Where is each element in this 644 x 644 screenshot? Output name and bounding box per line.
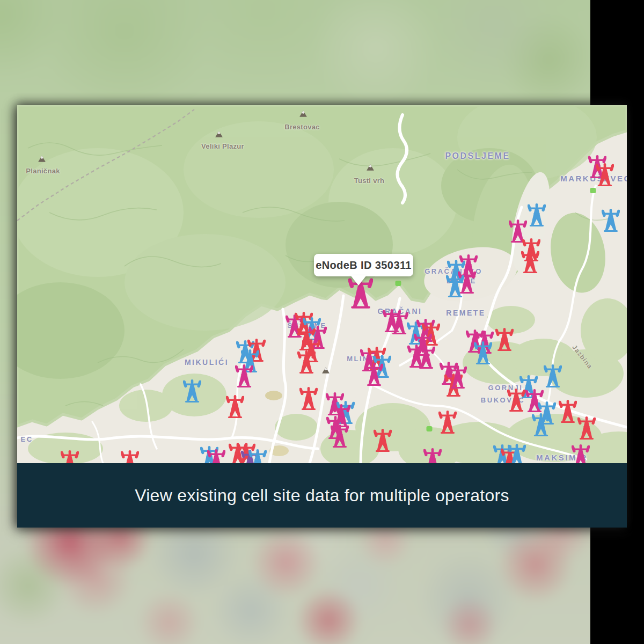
map-label: Veliki Plazur: [201, 142, 244, 150]
map-label: Brestovac: [284, 123, 320, 131]
cell-tower-icon[interactable]: [248, 449, 267, 464]
cell-tower-icon[interactable]: [508, 444, 526, 464]
cell-tower-icon[interactable]: [446, 274, 464, 297]
cell-tower-icon[interactable]: [528, 203, 546, 226]
cell-tower-icon[interactable]: [235, 364, 253, 387]
mountain-peak-icon: [38, 155, 46, 163]
cell-tower-icon[interactable]: [61, 450, 79, 464]
cell-tower-icon[interactable]: [331, 425, 349, 448]
cell-tower-icon[interactable]: [596, 163, 614, 186]
cell-tower-icon[interactable]: [417, 346, 435, 369]
cell-tower-icon[interactable]: [299, 387, 318, 410]
cell-tower-icon[interactable]: [602, 209, 620, 232]
tooltip-pointer: [350, 275, 367, 286]
mountain-peak-icon: [321, 367, 330, 375]
map-label: EC: [20, 435, 33, 443]
cell-tower-icon[interactable]: [297, 350, 316, 374]
cell-tower-icon[interactable]: [438, 411, 457, 434]
park-poi-dot: [590, 188, 596, 193]
cell-tower-icon[interactable]: [374, 429, 392, 452]
caption-text: View existing cell site data for multipl…: [135, 486, 509, 506]
cell-tower-icon[interactable]: [390, 311, 408, 334]
cell-tower-icon[interactable]: [544, 364, 562, 387]
map-label: Tusti vrh: [354, 177, 385, 185]
map-label: PODSLJEME: [445, 151, 510, 161]
cell-tower-icon[interactable]: [121, 450, 139, 464]
cell-tower-icon[interactable]: [474, 341, 492, 364]
map-tooltip: eNodeB ID 350311: [314, 254, 413, 276]
cell-tower-icon[interactable]: [572, 444, 590, 464]
cell-tower-icon[interactable]: [495, 328, 514, 351]
cell-tower-icon[interactable]: [183, 379, 201, 402]
caption-bar: View existing cell site data for multipl…: [17, 463, 627, 528]
cell-tower-icon[interactable]: [521, 250, 539, 273]
cell-tower-icon[interactable]: [577, 416, 596, 440]
map-label: REMETE: [446, 309, 485, 317]
cell-tower-icon[interactable]: [507, 389, 525, 412]
cell-tower-icon[interactable]: [559, 400, 577, 423]
park-poi-dot: [427, 426, 433, 431]
mountain-peak-icon: [366, 164, 375, 172]
park-poi-dot: [396, 281, 401, 286]
mountain-peak-icon: [215, 130, 223, 138]
map-canvas[interactable]: PODSLJEMEMARKUŠEVECGRAČANSKODOLJEGRAČANI…: [17, 105, 627, 463]
map-label: Planičnak: [26, 167, 60, 175]
cell-tower-icon[interactable]: [532, 413, 550, 436]
cell-tower-icon[interactable]: [365, 363, 383, 386]
slide-card: PODSLJEMEMARKUŠEVECGRAČANSKODOLJEGRAČANI…: [17, 105, 627, 528]
cell-tower-icon[interactable]: [423, 448, 442, 464]
cell-tower-icon[interactable]: [207, 449, 225, 464]
mountain-peak-icon: [299, 110, 308, 118]
cell-tower-icon[interactable]: [226, 395, 244, 418]
map-label: MIKULIĆI: [185, 358, 229, 367]
cell-tower-icon[interactable]: [449, 365, 467, 389]
tooltip-text: eNodeB ID 350311: [316, 259, 412, 272]
